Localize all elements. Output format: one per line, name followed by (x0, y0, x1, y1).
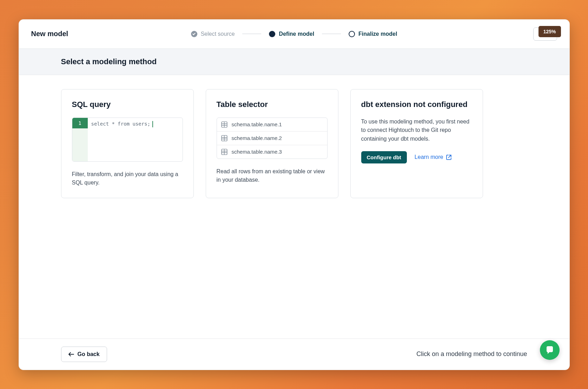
go-back-button[interactable]: Go back (61, 347, 107, 362)
sql-line-number: 1 (72, 118, 88, 128)
step-select-source: Select source (191, 31, 235, 37)
step-label: Define model (279, 31, 314, 37)
card-title: SQL query (72, 100, 183, 109)
stepper: Select source Define model Finalize mode… (191, 31, 397, 37)
learn-more-link[interactable]: Learn more (415, 154, 452, 160)
sql-gutter: 1 (72, 118, 88, 161)
step-connector (243, 34, 262, 34)
table-row: schema.table.name.1 (217, 118, 327, 132)
learn-more-label: Learn more (415, 154, 443, 160)
sql-code: select * from users; (88, 118, 183, 161)
app-window: 125% New model Select source Define mode… (19, 19, 570, 370)
table-row-label: schema.table.name.3 (232, 149, 282, 155)
arrow-left-icon (68, 352, 74, 357)
table-icon (221, 149, 227, 155)
method-card-dbt: dbt extension not configured To use this… (350, 89, 483, 199)
table-row: schema.table.name.3 (217, 145, 327, 159)
table-row: schema.table.name.2 (217, 132, 327, 145)
step-label: Finalize model (358, 31, 397, 37)
step-connector (322, 34, 341, 34)
subheader: Select a modeling method (19, 49, 569, 75)
table-list-preview: schema.table.name.1 schema.table.name.2 (217, 118, 328, 159)
configure-dbt-button[interactable]: Configure dbt (361, 151, 407, 163)
table-row-label: schema.table.name.2 (232, 135, 282, 141)
zoom-badge: 125% (539, 26, 561, 37)
footer: Go back Click on a modeling method to co… (19, 338, 569, 370)
page-title: New model (31, 30, 68, 38)
card-description: Filter, transform, and join your data us… (72, 170, 183, 188)
step-label: Select source (201, 31, 235, 37)
external-link-icon (446, 154, 452, 160)
step-define-model: Define model (269, 31, 314, 37)
chat-widget-button[interactable] (540, 340, 560, 360)
table-icon (221, 121, 227, 128)
pending-circle-icon (349, 31, 355, 37)
method-card-table[interactable]: Table selector schema.table.name.1 (206, 89, 338, 199)
step-finalize-model: Finalize model (349, 31, 397, 37)
cursor-icon (152, 121, 153, 127)
card-description: Read all rows from an existing table or … (217, 167, 328, 185)
sql-preview: 1 select * from users; (72, 118, 183, 162)
active-circle-icon (269, 31, 276, 37)
footer-hint: Click on a modeling method to continue (416, 350, 527, 358)
table-icon (221, 135, 227, 141)
subheader-title: Select a modeling method (61, 57, 527, 66)
sql-code-text: select * from users; (91, 121, 151, 127)
card-title: dbt extension not configured (361, 100, 472, 109)
method-card-sql[interactable]: SQL query 1 select * from users; Filter,… (61, 89, 194, 199)
content: SQL query 1 select * from users; Filter,… (19, 75, 569, 338)
header: New model Select source Define model Fin… (19, 20, 569, 49)
table-row-label: schema.table.name.1 (232, 121, 282, 127)
card-title: Table selector (217, 100, 328, 109)
method-cards: SQL query 1 select * from users; Filter,… (61, 89, 527, 199)
check-circle-icon (191, 31, 197, 37)
dbt-actions: Configure dbt Learn more (361, 151, 472, 163)
card-description: To use this modeling method, you first n… (361, 118, 472, 143)
go-back-label: Go back (78, 351, 100, 357)
chat-icon (545, 345, 555, 355)
